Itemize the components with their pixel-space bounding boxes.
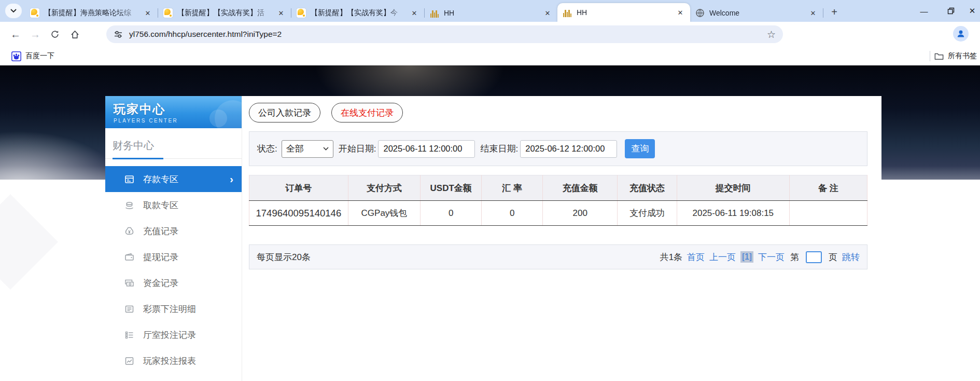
sidebar-item-lottery-bet-detail[interactable]: 彩票下注明细 <box>105 296 242 322</box>
section-accent-bar <box>113 158 163 159</box>
cell-order-id: 1749640095140146 <box>249 201 348 226</box>
prev-page-link[interactable]: 上一页 <box>709 251 736 263</box>
bookmark-label: 百度一下 <box>25 51 54 61</box>
chevron-down-icon <box>323 147 329 151</box>
table-row: 1749640095140146 CGPay钱包 0 0 200 支付成功 20… <box>249 201 867 226</box>
profile-avatar[interactable] <box>953 26 969 42</box>
sidebar-item-label: 取款专区 <box>143 199 178 211</box>
cell-usdt-amount: 0 <box>421 201 482 226</box>
tab-title: Welcome <box>709 9 808 17</box>
col-header-amount: 充值金额 <box>543 175 618 201</box>
reload-icon <box>50 30 60 39</box>
total-count-text: 共1条 <box>660 251 682 263</box>
new-tab-button[interactable]: + <box>828 5 841 19</box>
browser-tab-4[interactable]: HH ✕ <box>425 4 557 22</box>
tab-online-payment-record[interactable]: 在线支付记录 <box>331 103 403 123</box>
window-restore-button[interactable] <box>937 0 964 22</box>
col-header-submit-time: 提交时间 <box>677 175 789 201</box>
background-watermark <box>0 194 58 290</box>
sidebar-item-withdrawal-record[interactable]: 提现记录 <box>105 244 242 270</box>
folder-icon <box>934 52 944 60</box>
report-chart-icon <box>124 356 134 366</box>
all-bookmarks-button[interactable]: 所有书签 <box>934 51 980 61</box>
usercenter-container: 玩家中心 PLAYERS CENTER 财务中心 存款专区 › <box>105 96 881 381</box>
browser-tab-strip: 【新提醒】海燕策略论坛综 ✕ 【新提醒】【实战有奖】活 ✕ 【新提醒】【实战有奖… <box>0 0 980 22</box>
tab-close-icon[interactable]: ✕ <box>143 8 152 18</box>
players-center-subtitle: PLAYERS CENTER <box>114 118 242 124</box>
col-header-usdt-amount: USDT金额 <box>421 175 482 201</box>
cell-amount: 200 <box>543 201 618 226</box>
bookmark-baidu[interactable]: 百度一下 <box>7 49 59 63</box>
browser-tab-3[interactable]: 【新提醒】【实战有奖】今 ✕ <box>291 4 424 22</box>
bookmarks-divider <box>930 51 930 61</box>
page-size-text: 每页显示20条 <box>257 251 311 263</box>
start-date-label: 开始日期: <box>339 143 376 155</box>
sidebar-item-label: 资金记录 <box>143 277 178 289</box>
tab-company-deposit-record[interactable]: 公司入款记录 <box>249 103 320 123</box>
jump-suffix-label: 页 <box>829 251 837 263</box>
reload-button[interactable] <box>47 26 63 43</box>
tab-title: HH <box>577 8 676 17</box>
tab-title: 【新提醒】海燕策略论坛综 <box>44 8 143 18</box>
first-page-link[interactable]: 首页 <box>687 251 705 263</box>
col-header-order-id: 订单号 <box>249 175 348 201</box>
home-button[interactable] <box>66 26 83 43</box>
sidebar-item-funds-record[interactable]: 资金记录 <box>105 270 242 296</box>
web-page: 玩家中心 PLAYERS CENTER 财务中心 存款专区 › <box>0 65 980 381</box>
tab-divider <box>823 8 823 18</box>
jump-link[interactable]: 跳转 <box>842 251 860 263</box>
sidebar-item-withdraw-zone[interactable]: 取款专区 <box>105 192 242 218</box>
browser-toolbar: ← → yl756.com/hhcp/usercenter.html?iniTy… <box>0 22 980 47</box>
browser-tab-6[interactable]: Welcome ✕ <box>690 4 823 22</box>
window-close-button[interactable]: ✕ <box>964 0 980 22</box>
home-icon <box>70 30 80 39</box>
sidebar-item-deposit-zone[interactable]: 存款专区 › <box>105 166 242 192</box>
players-center-title: 玩家中心 <box>114 101 242 117</box>
cell-submit-time: 2025-06-11 19:08:15 <box>677 201 789 226</box>
page-jump-input[interactable] <box>806 251 822 263</box>
chevron-right-icon: › <box>230 173 233 185</box>
main-content: 公司入款记录 在线支付记录 状态: 全部 开始日期: 结束日期: 查询 <box>242 96 881 381</box>
back-button[interactable]: ← <box>7 26 24 43</box>
tab-close-icon[interactable]: ✕ <box>676 8 685 17</box>
tab-close-icon[interactable]: ✕ <box>543 8 552 18</box>
start-date-input[interactable] <box>378 140 475 158</box>
tab-title: 【新提醒】【实战有奖】活 <box>177 8 276 18</box>
site-settings-icon[interactable] <box>114 30 123 39</box>
next-page-link[interactable]: 下一页 <box>758 251 785 263</box>
tab-close-icon[interactable]: ✕ <box>410 8 419 18</box>
all-bookmarks-label: 所有书签 <box>948 51 977 61</box>
tab-close-icon[interactable]: ✕ <box>808 8 818 18</box>
window-minimize-button[interactable]: — <box>911 0 937 22</box>
sidebar-item-hall-bet-record[interactable]: 厅室投注记录 <box>105 322 242 348</box>
current-page-indicator: [1] <box>740 251 753 263</box>
sidebar-item-player-bet-report[interactable]: 玩家投注报表 <box>105 348 242 374</box>
url-text[interactable]: yl756.com/hhcp/usercenter.html?iniType=2 <box>129 30 767 39</box>
status-select[interactable]: 全部 <box>282 140 333 158</box>
money-bag-icon <box>124 226 134 236</box>
filter-panel: 状态: 全部 开始日期: 结束日期: 查询 <box>249 131 867 166</box>
query-button[interactable]: 查询 <box>625 139 655 158</box>
grid-list-icon <box>124 330 134 340</box>
tab-search-button[interactable] <box>5 4 22 18</box>
tab-close-icon[interactable]: ✕ <box>276 8 286 18</box>
end-date-label: 结束日期: <box>480 143 518 155</box>
browser-tab-5-active[interactable]: HH ✕ <box>557 3 690 22</box>
cell-pay-method: CGPay钱包 <box>348 201 420 226</box>
cell-rate: 0 <box>482 201 543 226</box>
browser-tab-1[interactable]: 【新提醒】海燕策略论坛综 ✕ <box>25 4 158 22</box>
person-icon <box>956 29 966 39</box>
col-header-status: 充值状态 <box>618 175 677 201</box>
browser-tab-2[interactable]: 【新提醒】【实战有奖】活 ✕ <box>158 4 291 22</box>
bookmark-star-icon[interactable]: ☆ <box>767 29 776 40</box>
sidebar-item-recharge-record[interactable]: 充值记录 <box>105 218 242 244</box>
end-date-input[interactable] <box>520 140 617 158</box>
url-bar[interactable]: yl756.com/hhcp/usercenter.html?iniType=2… <box>106 25 783 43</box>
sidebar-item-label: 玩家投注报表 <box>143 355 196 367</box>
sidebar-menu: 存款专区 › 取款专区 充值记录 <box>105 166 242 374</box>
withdraw-icon <box>124 200 134 210</box>
forward-button[interactable]: → <box>27 26 44 43</box>
sidebar-item-label: 提现记录 <box>143 251 178 263</box>
sidebar: 玩家中心 PLAYERS CENTER 财务中心 存款专区 › <box>105 96 242 381</box>
sidebar-item-label: 厅室投注记录 <box>143 329 196 341</box>
